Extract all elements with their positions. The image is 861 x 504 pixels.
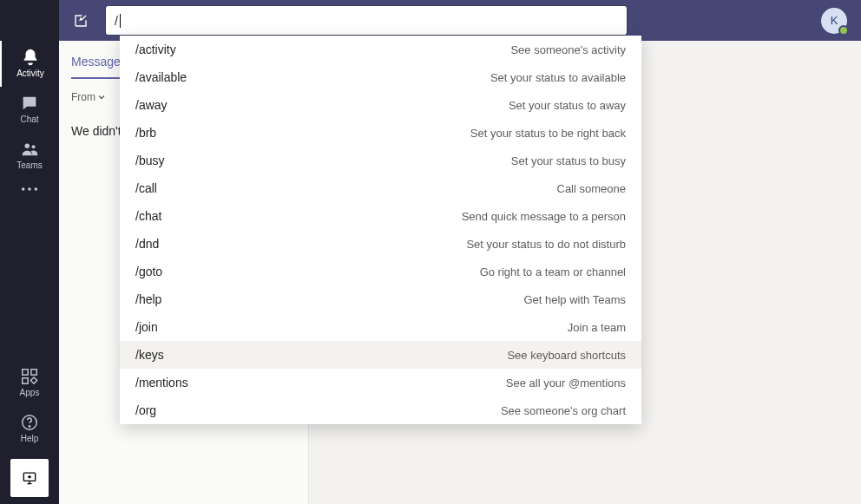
command-item[interactable]: /orgSee someone's org chart bbox=[120, 396, 641, 424]
rail-help[interactable]: Help bbox=[0, 406, 59, 452]
rail-chat[interactable]: Chat bbox=[0, 87, 59, 133]
svg-point-4 bbox=[35, 187, 38, 191]
rail-teams[interactable]: Teams bbox=[0, 133, 59, 179]
svg-point-9 bbox=[29, 426, 30, 427]
command-item[interactable]: /busySet your status to busy bbox=[120, 147, 641, 174]
command-item[interactable]: /callCall someone bbox=[120, 174, 641, 202]
command-name: /help bbox=[135, 292, 161, 306]
rail-more[interactable] bbox=[0, 179, 59, 203]
command-item[interactable]: /helpGet help with Teams bbox=[120, 285, 641, 313]
rail-activity-label: Activity bbox=[16, 69, 44, 78]
download-icon bbox=[21, 469, 38, 487]
rail-chat-label: Chat bbox=[20, 115, 38, 124]
bell-icon bbox=[21, 48, 40, 67]
profile-avatar[interactable]: K bbox=[821, 8, 847, 34]
command-description: Get help with Teams bbox=[523, 293, 626, 306]
help-icon bbox=[20, 413, 39, 432]
avatar-initial: K bbox=[831, 14, 838, 27]
command-item[interactable]: /awaySet your status to away bbox=[120, 91, 641, 119]
command-description: See all your @mentions bbox=[506, 376, 626, 389]
command-name: /brb bbox=[135, 126, 156, 140]
command-name: /available bbox=[135, 70, 187, 84]
command-description: Set your status to be right back bbox=[470, 127, 626, 140]
svg-point-2 bbox=[22, 187, 25, 191]
command-item[interactable]: /gotoGo right to a team or channel bbox=[120, 258, 641, 285]
command-description: Join a team bbox=[568, 321, 626, 334]
svg-rect-5 bbox=[23, 370, 28, 375]
command-item[interactable]: /dndSet your status to do not disturb bbox=[120, 230, 641, 258]
chat-icon bbox=[20, 94, 39, 113]
chevron-down-icon bbox=[97, 93, 106, 101]
title-bar: / K bbox=[59, 0, 861, 41]
svg-point-3 bbox=[28, 187, 31, 191]
presence-dot bbox=[838, 25, 849, 36]
command-item[interactable]: /availableSet your status to available bbox=[120, 63, 641, 91]
teams-icon bbox=[20, 140, 39, 159]
command-dropdown-list[interactable]: /activitySee someone's activity/availabl… bbox=[120, 36, 641, 424]
rail-teams-label: Teams bbox=[16, 160, 42, 170]
command-name: /busy bbox=[135, 154, 164, 167]
rail-apps[interactable]: Apps bbox=[0, 360, 59, 406]
rail-activity[interactable]: Activity bbox=[0, 41, 59, 87]
command-item[interactable]: /activitySee someone's activity bbox=[120, 36, 641, 63]
download-desktop-button[interactable] bbox=[10, 459, 49, 497]
command-description: Set your status to do not disturb bbox=[466, 238, 626, 251]
command-name: /dnd bbox=[135, 237, 159, 251]
tab-messages[interactable]: Messages bbox=[71, 55, 127, 79]
command-item[interactable]: /brbSet your status to be right back bbox=[120, 119, 641, 147]
new-chat-button[interactable] bbox=[68, 8, 94, 34]
command-name: /chat bbox=[135, 209, 161, 223]
search-value: / bbox=[115, 14, 118, 28]
command-search-input[interactable]: / bbox=[106, 6, 627, 35]
command-description: Send quick message to a person bbox=[462, 210, 626, 223]
command-item[interactable]: /mentionsSee all your @mentions bbox=[120, 369, 641, 396]
command-description: See someone's activity bbox=[510, 43, 626, 56]
command-description: Set your status to away bbox=[509, 99, 626, 112]
command-dropdown: /activitySee someone's activity/availabl… bbox=[120, 36, 641, 424]
command-item[interactable]: /joinJoin a team bbox=[120, 313, 641, 341]
command-item[interactable]: /chatSend quick message to a person bbox=[120, 202, 641, 230]
command-name: /mentions bbox=[135, 376, 188, 389]
command-name: /away bbox=[135, 98, 168, 112]
filter-from-label: From bbox=[71, 91, 95, 103]
command-name: /keys bbox=[135, 348, 164, 362]
command-name: /org bbox=[135, 403, 156, 417]
command-description: See keyboard shortcuts bbox=[507, 349, 626, 362]
command-name: /join bbox=[135, 320, 158, 334]
command-description: See someone's org chart bbox=[501, 404, 626, 417]
rail-apps-label: Apps bbox=[20, 388, 40, 397]
svg-rect-6 bbox=[31, 370, 36, 375]
rail-help-label: Help bbox=[21, 434, 39, 443]
more-icon bbox=[20, 186, 39, 193]
compose-icon bbox=[73, 13, 89, 29]
command-description: Set your status to available bbox=[490, 71, 626, 84]
command-name: /goto bbox=[135, 265, 162, 278]
apps-icon bbox=[20, 367, 39, 386]
command-item[interactable]: /keysSee keyboard shortcuts bbox=[120, 341, 641, 369]
command-description: Set your status to busy bbox=[511, 154, 626, 167]
command-name: /call bbox=[135, 181, 157, 195]
command-description: Go right to a team or channel bbox=[480, 265, 626, 278]
svg-rect-7 bbox=[23, 378, 28, 383]
svg-point-1 bbox=[32, 145, 36, 148]
command-name: /activity bbox=[135, 43, 176, 56]
app-rail: Activity Chat Teams Apps Help bbox=[0, 0, 59, 504]
text-caret bbox=[120, 14, 121, 28]
svg-point-0 bbox=[25, 144, 30, 149]
command-description: Call someone bbox=[557, 182, 627, 195]
